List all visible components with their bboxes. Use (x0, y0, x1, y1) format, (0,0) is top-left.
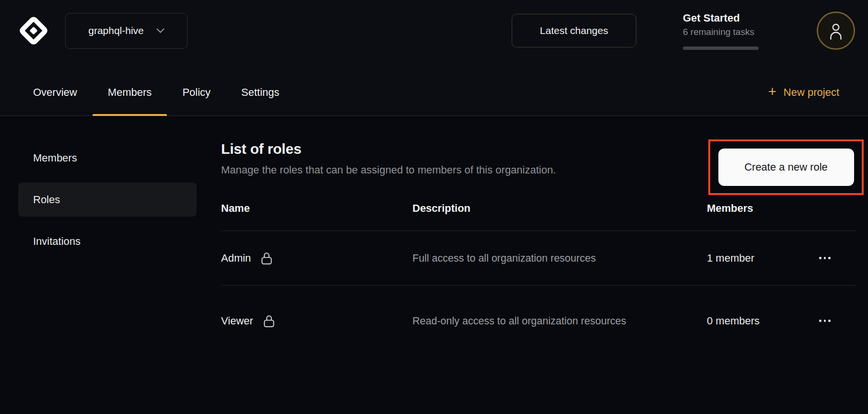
column-header-members: Members (707, 202, 818, 215)
tab-settings[interactable]: Settings (226, 61, 295, 115)
org-selector-label: graphql-hive (88, 25, 144, 36)
new-project-button[interactable]: + New project (768, 61, 839, 115)
tab-overview-label: Overview (33, 86, 77, 99)
members-sidebar: Members Roles Invitations (0, 116, 197, 414)
sidebar-item-roles[interactable]: Roles (18, 183, 197, 217)
annotation-highlight-box: Create a new role (708, 139, 864, 195)
row-actions-menu-button[interactable] (818, 254, 856, 262)
latest-changes-label: Latest changes (540, 25, 608, 36)
latest-changes-button[interactable]: Latest changes (512, 14, 636, 47)
tab-members-label: Members (108, 86, 152, 99)
main-area: Members Roles Invitations List of roles … (0, 116, 868, 414)
get-started-widget[interactable]: Get Started 6 remaining tasks (683, 12, 770, 50)
role-members-count: 0 members (707, 315, 818, 327)
org-tab-bar: Overview Members Policy Settings + New p… (0, 61, 868, 116)
page: graphql-hive Latest changes Get Started … (0, 0, 868, 414)
roles-table: Name Description Members Admin Full acce… (221, 197, 856, 356)
plus-icon: + (768, 85, 776, 99)
column-header-description: Description (412, 202, 707, 215)
sidebar-item-invitations-label: Invitations (33, 235, 81, 248)
lock-icon (260, 251, 273, 265)
user-icon (828, 22, 844, 40)
role-description: Read-only access to all organization res… (412, 311, 635, 331)
tab-policy[interactable]: Policy (167, 61, 226, 115)
row-actions-menu-button[interactable] (818, 317, 856, 325)
tab-policy-label: Policy (182, 86, 211, 99)
get-started-progress-bar (683, 46, 759, 50)
role-name: Admin (221, 252, 251, 264)
chevron-down-icon (156, 28, 164, 33)
table-row-viewer: Viewer Read-only access to all organizat… (221, 285, 856, 356)
column-header-name: Name (221, 202, 412, 215)
tab-overview[interactable]: Overview (18, 61, 93, 115)
avatar-button[interactable] (817, 12, 855, 50)
org-selector-button[interactable]: graphql-hive (65, 13, 188, 49)
get-started-subtitle: 6 remaining tasks (683, 27, 770, 37)
top-bar: graphql-hive Latest changes Get Started … (0, 0, 868, 61)
tab-members[interactable]: Members (93, 61, 167, 115)
table-header-row: Name Description Members (221, 197, 856, 230)
lock-icon (263, 314, 275, 328)
sidebar-item-members-label: Members (33, 152, 77, 164)
tab-settings-label: Settings (241, 86, 280, 99)
table-row-admin: Admin Full access to all organization re… (221, 230, 856, 285)
sidebar-item-members[interactable]: Members (18, 141, 197, 175)
sidebar-item-invitations[interactable]: Invitations (18, 224, 197, 258)
role-description: Full access to all organization resource… (412, 249, 635, 268)
role-members-count: 1 member (707, 252, 818, 264)
new-project-label: New project (784, 86, 839, 99)
get-started-title: Get Started (683, 12, 770, 24)
create-new-role-button[interactable]: Create a new role (718, 149, 854, 186)
role-name: Viewer (221, 315, 253, 327)
hive-logo-icon (18, 15, 49, 46)
sidebar-item-roles-label: Roles (33, 194, 60, 206)
